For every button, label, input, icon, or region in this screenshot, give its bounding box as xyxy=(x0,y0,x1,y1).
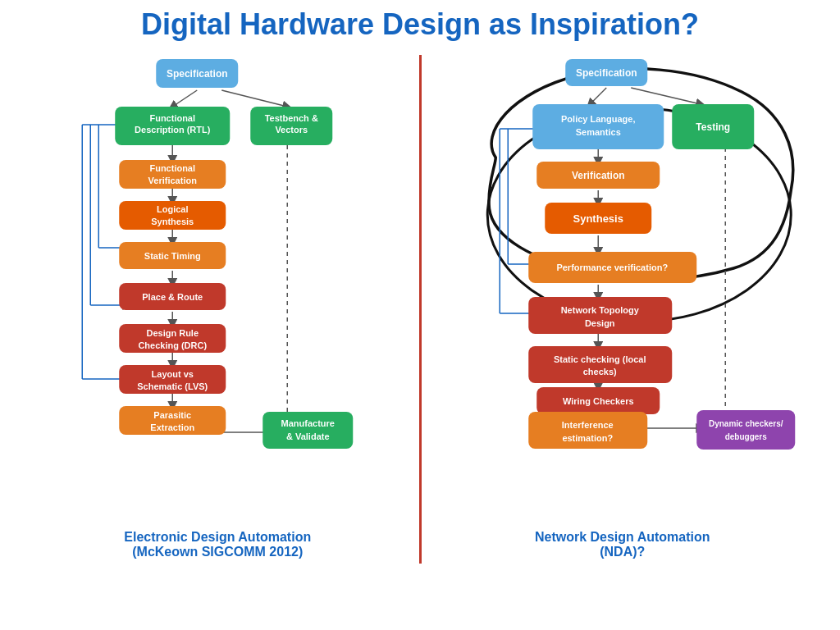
right-caption: Network Design Automation(NDA)? xyxy=(535,530,710,559)
svg-text:Static Timing: Static Timing xyxy=(144,251,201,261)
svg-text:Performance verification?: Performance verification? xyxy=(556,262,668,272)
svg-rect-87 xyxy=(528,346,672,383)
svg-text:Specification: Specification xyxy=(167,68,228,80)
svg-line-0 xyxy=(172,90,197,107)
svg-text:Wiring Checkers: Wiring Checkers xyxy=(562,396,633,406)
svg-text:Description (RTL): Description (RTL) xyxy=(135,125,211,135)
svg-rect-84 xyxy=(528,297,672,334)
right-diagram: Specification Policy Language, Semantics… xyxy=(430,51,816,527)
svg-rect-95 xyxy=(696,410,795,450)
svg-text:Synthesis: Synthesis xyxy=(151,217,194,226)
svg-rect-49 xyxy=(262,412,353,449)
svg-text:Extraction: Extraction xyxy=(150,422,194,432)
svg-text:& Validate: & Validate xyxy=(286,431,330,441)
svg-text:Place & Route: Place & Route xyxy=(142,292,203,302)
svg-text:Design Rule: Design Rule xyxy=(146,328,199,338)
svg-text:Policy Language,: Policy Language, xyxy=(561,114,635,124)
svg-text:debuggers: debuggers xyxy=(724,432,767,441)
svg-text:Dynamic checkers/: Dynamic checkers/ xyxy=(708,419,783,428)
svg-text:Design: Design xyxy=(584,318,614,328)
svg-text:estimation?: estimation? xyxy=(562,433,613,443)
left-caption: Electronic Design Automation(McKeown SIG… xyxy=(124,530,311,559)
svg-text:Functional: Functional xyxy=(149,113,195,123)
svg-text:Logical: Logical xyxy=(157,204,189,214)
page-title: Digital Hardware Design as Inspiration? xyxy=(16,8,824,41)
svg-line-54 xyxy=(631,88,701,104)
svg-text:Synthesis: Synthesis xyxy=(573,212,623,225)
svg-text:Manufacture: Manufacture xyxy=(281,418,335,428)
content-area: Specification Functional Description (RT… xyxy=(16,51,824,576)
svg-text:Functional: Functional xyxy=(149,163,195,173)
left-diagram-col: Specification Functional Description (RT… xyxy=(16,51,419,576)
svg-text:Interference: Interference xyxy=(561,420,613,430)
svg-text:Schematic (LVS): Schematic (LVS) xyxy=(137,381,208,391)
svg-text:checks): checks) xyxy=(582,367,616,377)
svg-text:Testing: Testing xyxy=(696,121,730,133)
svg-line-1 xyxy=(221,90,287,107)
svg-text:Verification: Verification xyxy=(571,170,624,181)
svg-text:Specification: Specification xyxy=(575,67,637,79)
svg-text:Layout vs: Layout vs xyxy=(152,369,194,379)
svg-text:Semantics: Semantics xyxy=(575,127,620,137)
svg-text:Checking (DRC): Checking (DRC) xyxy=(138,340,207,350)
svg-text:Parasitic: Parasitic xyxy=(153,410,191,420)
svg-text:Verification: Verification xyxy=(148,176,198,185)
svg-text:Network Topology: Network Topology xyxy=(560,305,639,315)
page: Digital Hardware Design as Inspiration? xyxy=(0,0,840,630)
svg-line-53 xyxy=(590,88,606,104)
svg-text:Testbench &: Testbench & xyxy=(265,113,318,123)
svg-text:Static checking (local: Static checking (local xyxy=(554,354,646,364)
svg-text:Vectors: Vectors xyxy=(275,125,308,135)
left-diagram: Specification Functional Description (RT… xyxy=(25,51,411,527)
right-diagram-col: Specification Policy Language, Semantics… xyxy=(422,51,824,576)
svg-rect-92 xyxy=(528,412,647,449)
